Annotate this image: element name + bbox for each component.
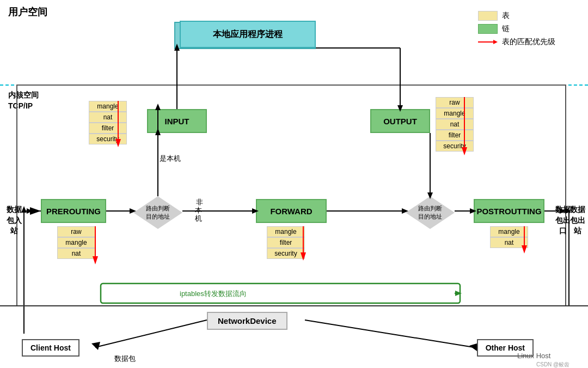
input-chain: INPUT [147, 109, 207, 133]
legend-priority-arrow [478, 37, 498, 47]
input-table-mangle: mangle [89, 101, 127, 112]
routing-decision-2: 路由判断 目的地址 [406, 196, 455, 229]
postrouting-table-nat: nat [490, 237, 528, 248]
other-host-box: Other Host [477, 339, 534, 357]
prerouting-label: PREROUTING [46, 207, 101, 216]
postrouting-tables: mangle nat [490, 226, 528, 248]
input-tables: mangle nat filter security [89, 101, 127, 144]
routing-decision-1: 路由判断 目的地址 [133, 196, 182, 229]
postrouting-table-mangle: mangle [490, 226, 528, 237]
network-device-box: NetworkDevice [207, 312, 287, 330]
dashed-separator [0, 85, 588, 86]
svg-marker-49 [469, 343, 477, 351]
svg-text:数据包: 数据包 [114, 354, 136, 363]
output-table-mangle: mangle [436, 108, 474, 119]
legend-table: 表 [478, 11, 555, 21]
svg-text:机: 机 [195, 214, 202, 222]
forward-chain: FORWARD [256, 199, 327, 223]
data-packet-outbound-1: 数据 包出 口 [555, 204, 571, 237]
legend: 表 链 表的匹配优先级 [478, 11, 555, 47]
svg-line-46 [95, 320, 207, 347]
svg-text:本: 本 [195, 206, 202, 214]
local-app-process: 本地应用程序进程 [180, 21, 316, 48]
legend-priority: 表的匹配优先级 [478, 37, 555, 47]
user-space-label: 用户空间 [8, 5, 47, 19]
input-table-security: security [89, 134, 127, 144]
svg-text:非: 非 [196, 198, 203, 206]
legend-chain-label: 链 [502, 24, 510, 34]
svg-line-48 [305, 320, 474, 347]
input-table-nat: nat [89, 112, 127, 123]
legend-priority-label: 表的匹配优先级 [502, 37, 555, 47]
svg-text:是本机: 是本机 [160, 154, 181, 162]
legend-chain-color [478, 24, 498, 34]
svg-marker-42 [455, 291, 462, 296]
input-label: INPUT [165, 117, 189, 126]
output-label: OUTPUT [383, 117, 417, 126]
svg-marker-47 [91, 342, 100, 350]
forward-table-filter: filter [267, 237, 305, 248]
svg-text:CSDN @鲛齿: CSDN @鲛齿 [536, 361, 569, 367]
network-device-label: NetworkDevice [218, 316, 277, 325]
legend-chain: 链 [478, 24, 555, 34]
output-table-security: security [436, 141, 474, 152]
legend-table-label: 表 [502, 11, 510, 21]
prerouting-table-nat: nat [57, 248, 95, 259]
svg-marker-1 [493, 40, 498, 44]
postrouting-label: POSTROUTTING [476, 207, 541, 216]
forward-table-security: security [267, 248, 305, 259]
svg-rect-40 [101, 283, 460, 303]
data-packet-outbound-2: 数据 包出 站 [570, 204, 585, 237]
svg-marker-44 [27, 208, 33, 214]
kernel-space-label: 内核空间 TCP/IP [8, 90, 39, 111]
routing-decision-1-label: 路由判断 目的地址 [146, 204, 170, 221]
client-host-label: Client Host [30, 343, 71, 352]
prerouting-chain: PREROUTING [41, 199, 106, 223]
local-app-process-label: 本地应用程序进程 [213, 29, 283, 40]
data-packet-inbound: 数据 包入 站 [7, 204, 22, 237]
iptables-label: iptables转发数据流向 [180, 289, 247, 298]
output-tables: raw mangle nat filter security [436, 97, 474, 152]
input-table-filter: filter [89, 123, 127, 134]
bottom-arrows: 数据包 Linux Host CSDN @鲛齿 [0, 306, 588, 368]
routing-decision-2-label: 路由判断 目的地址 [418, 204, 442, 221]
forward-table-mangle: mangle [267, 226, 305, 237]
client-host-box: Client Host [22, 339, 79, 357]
output-table-filter: filter [436, 130, 474, 141]
bottom-section: NetworkDevice Client Host Other Host [0, 305, 588, 368]
svg-marker-56 [21, 206, 27, 213]
output-chain: OUTPUT [370, 109, 430, 133]
main-diagram: 用户空间 INPUT 本地应用程序进程 表 链 表的匹配优先级 内核空间 T [0, 0, 588, 368]
forward-tables: mangle filter security [267, 226, 305, 259]
legend-table-color [478, 11, 498, 21]
prerouting-table-mangle: mangle [57, 237, 95, 248]
prerouting-table-raw: raw [57, 226, 95, 237]
output-table-raw: raw [436, 97, 474, 108]
output-table-nat: nat [436, 119, 474, 130]
prerouting-tables: raw mangle nat [57, 226, 95, 259]
forward-label: FORWARD [270, 207, 312, 216]
postrouting-chain: POSTROUTTING [474, 199, 544, 223]
other-host-label: Other Host [486, 343, 525, 352]
